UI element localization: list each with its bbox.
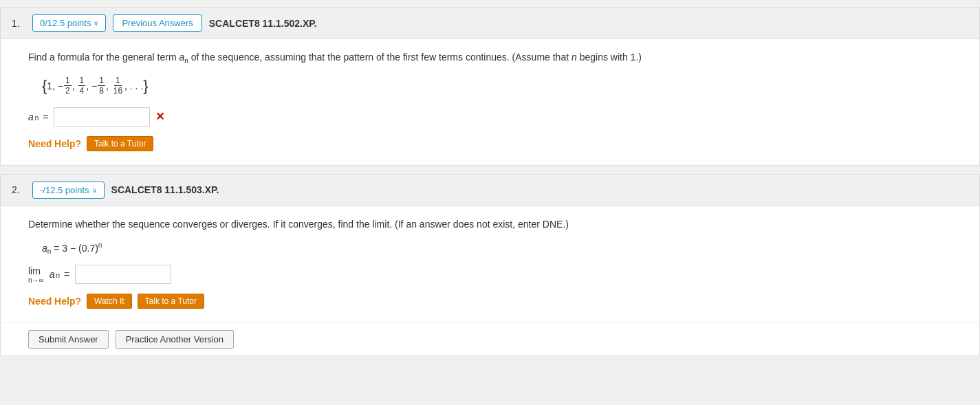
- problem-1-need-help-row: Need Help? Talk to a Tutor: [28, 136, 952, 151]
- problem-1-points-label: 0/12.5 points: [40, 18, 91, 28]
- problem-2-formula: an = 3 − (0.7)n: [42, 241, 952, 255]
- problem-1-content: Find a formula for the general term an o…: [1, 39, 979, 165]
- problem-2-answer-label: an =: [50, 269, 69, 280]
- problem-1-answer-label: an =: [28, 111, 48, 122]
- problem-1-points-button[interactable]: 0/12.5 points ∨: [32, 14, 106, 32]
- bottom-bar: Submit Answer Practice Another Version: [1, 322, 979, 355]
- problem-1-id: SCALCET8 11.1.502.XP.: [209, 18, 317, 29]
- previous-answers-button[interactable]: Previous Answers: [113, 14, 202, 32]
- chevron-down-icon-2: ∨: [92, 186, 97, 194]
- problem-1-text: Find a formula for the general term an o…: [28, 50, 952, 66]
- problem-1-header: 1. 0/12.5 points ∨ Previous Answers SCAL…: [1, 8, 979, 39]
- problem-2-points-button[interactable]: -/12.5 points ∨: [32, 182, 105, 199]
- limit-label: lim n→∞: [28, 265, 44, 284]
- practice-another-version-button[interactable]: Practice Another Version: [116, 330, 234, 349]
- problem-2-header: 2. -/12.5 points ∨ SCALCET8 11.1.503.XP.: [1, 175, 979, 206]
- problem-2-text: Determine whether the sequence converges…: [28, 217, 952, 232]
- problem-1-tutor-button[interactable]: Talk to a Tutor: [87, 136, 153, 151]
- problem-2-need-help-row: Need Help? Watch It Talk to a Tutor: [28, 294, 952, 309]
- problem-2-need-help-label: Need Help?: [28, 296, 81, 307]
- problem-1-answer-row: an = ✕: [28, 107, 952, 127]
- problem-2-number: 2.: [12, 184, 25, 195]
- problem-2-tutor-button[interactable]: Talk to a Tutor: [138, 294, 204, 309]
- problem-1-need-help-label: Need Help?: [28, 138, 81, 149]
- sequence-formula: { 1, − 12 , 14 , − 18 , 116 , . . . }: [42, 76, 952, 96]
- problem-1-block: 1. 0/12.5 points ∨ Previous Answers SCAL…: [0, 7, 980, 166]
- watch-it-button[interactable]: Watch It: [87, 294, 132, 309]
- wrong-mark-icon: ✕: [155, 110, 164, 123]
- problem-2-id: SCALCET8 11.1.503.XP.: [111, 184, 219, 195]
- problem-2-lim-row: lim n→∞ an =: [28, 265, 952, 284]
- problem-1-number: 1.: [12, 18, 25, 29]
- problem-2-answer-input[interactable]: [75, 265, 171, 284]
- submit-answer-button[interactable]: Submit Answer: [28, 330, 109, 349]
- problem-2-points-label: -/12.5 points: [40, 185, 89, 195]
- problem-1-answer-input[interactable]: [54, 107, 150, 127]
- chevron-down-icon: ∨: [94, 19, 98, 27]
- problem-2-content: Determine whether the sequence converges…: [1, 206, 979, 322]
- problem-2-block: 2. -/12.5 points ∨ SCALCET8 11.1.503.XP.…: [0, 174, 980, 356]
